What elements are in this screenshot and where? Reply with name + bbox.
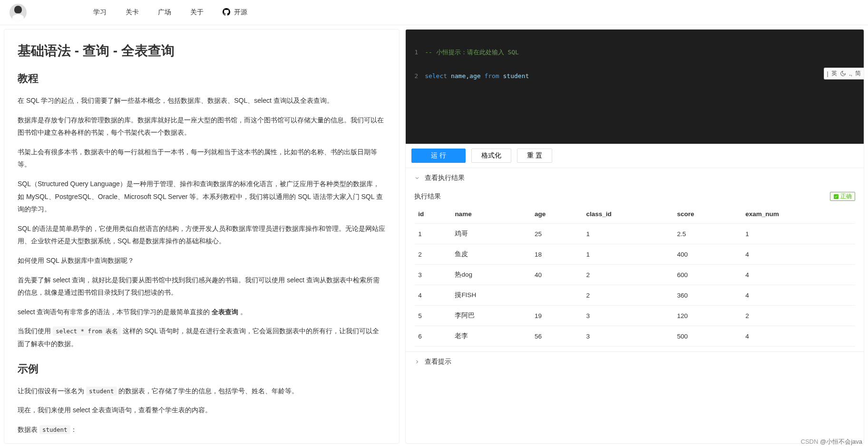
paragraph: 让我们假设有一张名为 student 的数据表，它存储了学生的信息，包括学号、姓… <box>18 385 386 398</box>
table-cell: 25 <box>531 224 582 244</box>
table-cell <box>531 285 582 306</box>
table-cell: 2.5 <box>673 224 742 244</box>
table-cell: 3 <box>414 265 451 285</box>
section-tutorial: 教程 <box>18 71 386 86</box>
table-header: score <box>673 205 742 224</box>
page-title: 基础语法 - 查询 - 全表查询 <box>18 42 386 60</box>
table-cell: 鱼皮 <box>451 244 531 265</box>
result-panel: 查看执行结果 执行结果 正确 idnameageclass_idscoreexa… <box>406 168 864 351</box>
watermark: CSDN @小恒不会java <box>801 438 863 446</box>
github-icon <box>223 8 230 16</box>
avatar[interactable] <box>10 4 27 21</box>
paragraph: 现在，我们来使用 select 全表查询语句，查看整个学生表的内容。 <box>18 404 386 417</box>
table-cell: 56 <box>531 326 582 347</box>
paragraph: 在 SQL 学习的起点，我们需要了解一些基本概念，包括数据库、数据表、SQL、s… <box>18 94 386 107</box>
table-cell: 4 <box>741 326 855 347</box>
paragraph: 书架上会有很多本书，数据表中的每一行就相当于一本书，每一列就相当于这本书的属性，… <box>18 146 386 171</box>
table-cell: 2 <box>741 306 855 326</box>
table-cell: 18 <box>531 244 582 265</box>
code-snippet: student <box>39 425 70 434</box>
table-cell: 李阿巴 <box>451 306 531 326</box>
check-icon <box>833 194 839 199</box>
editor-actions: 运 行 格式化 重 置 <box>406 144 864 168</box>
line-number: 2 <box>406 71 425 81</box>
result-toggle[interactable]: 查看执行结果 <box>406 168 864 188</box>
chevron-down-icon <box>414 175 420 181</box>
table-row: 6老李5635004 <box>414 326 855 347</box>
table-cell: 1 <box>582 224 673 244</box>
table-header: name <box>451 205 531 224</box>
nav-about[interactable]: 关于 <box>181 8 213 17</box>
table-cell: 4 <box>741 285 855 306</box>
table-cell: 3 <box>582 326 673 347</box>
table-cell: 360 <box>673 285 742 306</box>
hint-panel: 查看提示 <box>406 351 864 372</box>
table-cell: 热dog <box>451 265 531 285</box>
table-cell: 400 <box>673 244 742 265</box>
table-row: 3热dog4026004 <box>414 265 855 285</box>
code-snippet: select * from 表名 <box>53 327 121 336</box>
table-cell: 600 <box>673 265 742 285</box>
table-cell: 1 <box>582 244 673 265</box>
table-header: exam_num <box>741 205 855 224</box>
table-row: 4摸FISH23604 <box>414 285 855 306</box>
table-cell: 19 <box>531 306 582 326</box>
paragraph: 数据表 student： <box>18 423 386 436</box>
table-cell: 4 <box>414 285 451 306</box>
table-cell: 1 <box>414 224 451 244</box>
nav-github-label: 开源 <box>234 8 247 16</box>
code-pane: 1-- 小恒提示：请在此处输入 SQL 2select name,age fro… <box>405 29 864 444</box>
run-button[interactable]: 运 行 <box>411 149 466 163</box>
table-row: 5李阿巴1931202 <box>414 306 855 326</box>
table-cell: 500 <box>673 326 742 347</box>
table-cell: 4 <box>741 244 855 265</box>
paragraph: select 查询语句有非常多的语法，本节我们学习的是最简单直接的 全表查询 。 <box>18 306 386 319</box>
nav-levels[interactable]: 关卡 <box>116 8 148 17</box>
top-nav: 学习 关卡 广场 关于 开源 <box>84 8 257 17</box>
nav-learn[interactable]: 学习 <box>84 8 116 17</box>
nav-github[interactable]: 开源 <box>213 8 257 17</box>
chevron-right-icon <box>414 359 420 365</box>
table-cell: 3 <box>582 306 673 326</box>
hint-toggle[interactable]: 查看提示 <box>406 352 864 372</box>
table-cell: 1 <box>741 224 855 244</box>
ime-indicator[interactable]: | 英 ․, 简 <box>824 68 864 80</box>
paragraph: 如何使用 SQL 从数据库中查询数据呢？ <box>18 254 386 267</box>
nav-square[interactable]: 广场 <box>148 8 181 17</box>
line-number: 1 <box>406 48 425 57</box>
table-row: 2鱼皮1814004 <box>414 244 855 265</box>
table-header: class_id <box>582 205 673 224</box>
table-cell: 120 <box>673 306 742 326</box>
table-row: 1鸡哥2512.51 <box>414 224 855 244</box>
paragraph: SQL 的语法是简单易学的，它使用类似自然语言的结构，方便开发人员和数据库管理员… <box>18 222 386 248</box>
format-button[interactable]: 格式化 <box>471 149 511 163</box>
header: 学习 关卡 广场 关于 开源 <box>0 0 868 25</box>
result-table: idnameageclass_idscoreexam_num 1鸡哥2512.5… <box>414 205 855 347</box>
table-header: age <box>531 205 582 224</box>
table-cell: 2 <box>582 265 673 285</box>
code-snippet: student <box>86 387 117 396</box>
table-cell: 摸FISH <box>451 285 531 306</box>
paragraph: 当我们使用 select * from 表名 这样的 SQL 语句时，就是在进行… <box>18 325 386 350</box>
table-cell: 40 <box>531 265 582 285</box>
result-title: 执行结果 <box>414 192 441 201</box>
sql-editor[interactable]: 1-- 小恒提示：请在此处输入 SQL 2select name,age fro… <box>406 30 864 144</box>
table-cell: 鸡哥 <box>451 224 531 244</box>
table-cell: 6 <box>414 326 451 347</box>
table-cell: 老李 <box>451 326 531 347</box>
table-cell: 2 <box>582 285 673 306</box>
tutorial-pane: 基础语法 - 查询 - 全表查询 教程 在 SQL 学习的起点，我们需要了解一些… <box>4 29 400 444</box>
table-header: id <box>414 205 451 224</box>
reset-button[interactable]: 重 置 <box>517 149 552 163</box>
table-cell: 2 <box>414 244 451 265</box>
paragraph: 首先要了解 select 查询，就好比是我们要从图书馆中找到我们感兴趣的书籍。我… <box>18 274 386 299</box>
table-cell: 4 <box>741 265 855 285</box>
table-cell: 5 <box>414 306 451 326</box>
result-body: 执行结果 正确 idnameageclass_idscoreexam_num 1… <box>406 188 864 351</box>
paragraph: SQL（Structured Query Language）是一种用于管理、操作… <box>18 178 386 216</box>
status-badge: 正确 <box>830 192 855 201</box>
main: 基础语法 - 查询 - 全表查询 教程 在 SQL 学习的起点，我们需要了解一些… <box>0 25 868 448</box>
section-example: 示例 <box>18 362 386 376</box>
paragraph: 数据库是存放专门存放和管理数据的库。数据库就好比是一座大型的图书馆，而这个图书馆… <box>18 114 386 139</box>
editor-comment: -- 小恒提示：请在此处输入 SQL <box>425 48 519 57</box>
